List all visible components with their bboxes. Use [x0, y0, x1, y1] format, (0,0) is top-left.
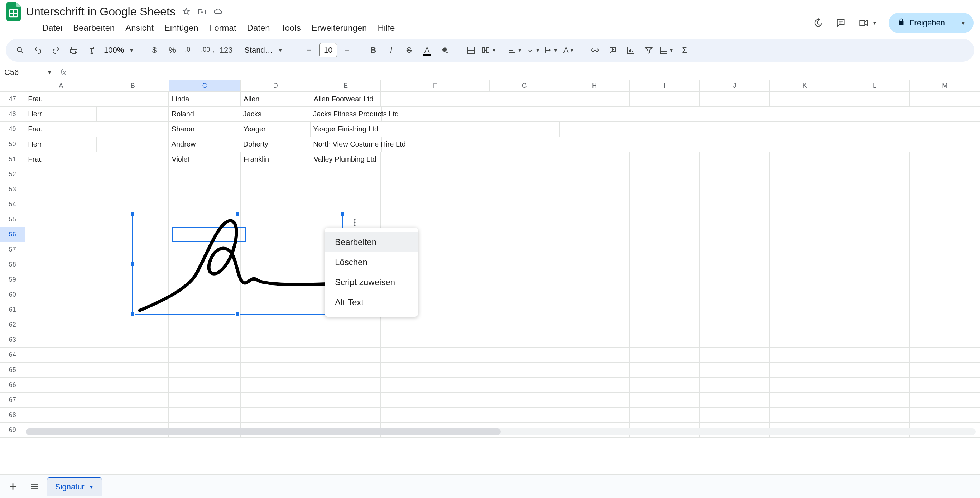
- row-header[interactable]: 49: [0, 122, 25, 137]
- column-header[interactable]: A: [25, 80, 97, 91]
- row-header[interactable]: 66: [0, 378, 25, 393]
- cell[interactable]: [910, 408, 980, 423]
- cell[interactable]: [630, 212, 700, 227]
- context-menu-alt[interactable]: Alt-Text: [325, 292, 418, 312]
- comments-icon[interactable]: [835, 17, 846, 29]
- cell[interactable]: [770, 182, 840, 197]
- cell[interactable]: [489, 152, 560, 167]
- cell[interactable]: [489, 242, 560, 257]
- resize-handle[interactable]: [340, 212, 345, 216]
- cell[interactable]: [840, 167, 910, 182]
- cell[interactable]: [560, 333, 630, 347]
- menu-data[interactable]: Daten: [243, 21, 274, 35]
- column-header[interactable]: K: [770, 80, 840, 91]
- strikethrough-icon[interactable]: S: [401, 42, 417, 58]
- cell[interactable]: [700, 393, 770, 408]
- insert-chart-icon[interactable]: [623, 42, 639, 58]
- cell[interactable]: [840, 227, 910, 242]
- cell[interactable]: [630, 363, 700, 378]
- cell[interactable]: [489, 333, 560, 347]
- cell[interactable]: [840, 122, 910, 137]
- cell[interactable]: [311, 182, 381, 197]
- cell[interactable]: [560, 408, 630, 423]
- resize-handle[interactable]: [130, 312, 135, 317]
- cell[interactable]: [910, 107, 980, 122]
- row-header[interactable]: 63: [0, 333, 25, 347]
- cell[interactable]: [770, 317, 840, 333]
- cell[interactable]: [560, 197, 630, 212]
- cell[interactable]: [770, 197, 840, 212]
- row-header[interactable]: 48: [0, 107, 25, 122]
- column-header[interactable]: L: [840, 80, 910, 91]
- cell[interactable]: [97, 167, 169, 182]
- cell[interactable]: [910, 122, 980, 137]
- cell[interactable]: [25, 408, 97, 423]
- cell[interactable]: [381, 167, 489, 182]
- cell[interactable]: [840, 287, 910, 302]
- cell[interactable]: [169, 167, 241, 182]
- cell[interactable]: [770, 393, 840, 408]
- row-header[interactable]: 52: [0, 167, 25, 182]
- menu-insert[interactable]: Einfügen: [160, 21, 203, 35]
- row-header[interactable]: 51: [0, 152, 25, 167]
- cell[interactable]: [770, 137, 840, 152]
- cell[interactable]: [840, 257, 910, 272]
- cell[interactable]: [489, 167, 560, 182]
- row-header[interactable]: 62: [0, 317, 25, 333]
- cell[interactable]: [910, 197, 980, 212]
- star-icon[interactable]: [181, 6, 191, 16]
- menu-help[interactable]: Hilfe: [373, 21, 399, 35]
- cell[interactable]: [97, 378, 169, 393]
- spreadsheet-grid[interactable]: ABCDEFGHIJKLM 47FrauLindaAllenAllen Foot…: [0, 80, 980, 474]
- cell[interactable]: Frau: [25, 122, 97, 137]
- cell[interactable]: [241, 363, 311, 378]
- cell[interactable]: [770, 212, 840, 227]
- column-header[interactable]: H: [560, 80, 630, 91]
- cell[interactable]: [630, 197, 700, 212]
- cell[interactable]: [840, 272, 910, 287]
- cell[interactable]: [489, 287, 560, 302]
- cell[interactable]: [97, 197, 169, 212]
- cell[interactable]: [840, 378, 910, 393]
- cell[interactable]: [700, 212, 770, 227]
- row-header[interactable]: 53: [0, 182, 25, 197]
- search-menus-icon[interactable]: [12, 42, 28, 58]
- cell[interactable]: [381, 92, 489, 107]
- font-size-decrease-icon[interactable]: −: [301, 42, 317, 58]
- menu-extensions[interactable]: Erweiterungen: [307, 21, 371, 35]
- cell[interactable]: [910, 212, 980, 227]
- cell[interactable]: [560, 302, 630, 317]
- cell[interactable]: Sharon: [169, 122, 240, 137]
- resize-handle[interactable]: [235, 312, 240, 317]
- cell[interactable]: Jacks: [240, 107, 310, 122]
- cell[interactable]: [169, 197, 241, 212]
- cell[interactable]: [560, 227, 630, 242]
- cell[interactable]: [770, 92, 840, 107]
- cell[interactable]: [489, 347, 560, 363]
- cell[interactable]: [560, 272, 630, 287]
- cell[interactable]: [700, 363, 770, 378]
- bold-icon[interactable]: B: [365, 42, 381, 58]
- cell[interactable]: [910, 287, 980, 302]
- cell[interactable]: [241, 393, 311, 408]
- insert-comment-icon[interactable]: [605, 42, 621, 58]
- cell[interactable]: [25, 272, 97, 287]
- resize-handle[interactable]: [235, 212, 240, 216]
- resize-handle[interactable]: [130, 262, 135, 266]
- row-header[interactable]: 64: [0, 347, 25, 363]
- cell[interactable]: [770, 107, 840, 122]
- cell[interactable]: [630, 257, 700, 272]
- cell[interactable]: [97, 92, 169, 107]
- horizontal-scrollbar[interactable]: [26, 428, 976, 435]
- cell[interactable]: [169, 182, 241, 197]
- cell[interactable]: [840, 137, 910, 152]
- cell[interactable]: [241, 167, 311, 182]
- cell[interactable]: [910, 333, 980, 347]
- cell[interactable]: Violet: [169, 152, 241, 167]
- cell[interactable]: [560, 378, 630, 393]
- cell[interactable]: [25, 393, 97, 408]
- cell[interactable]: Doherty: [240, 137, 310, 152]
- cell[interactable]: [770, 257, 840, 272]
- decrease-decimal-icon[interactable]: .0←: [182, 42, 198, 58]
- cell[interactable]: [840, 317, 910, 333]
